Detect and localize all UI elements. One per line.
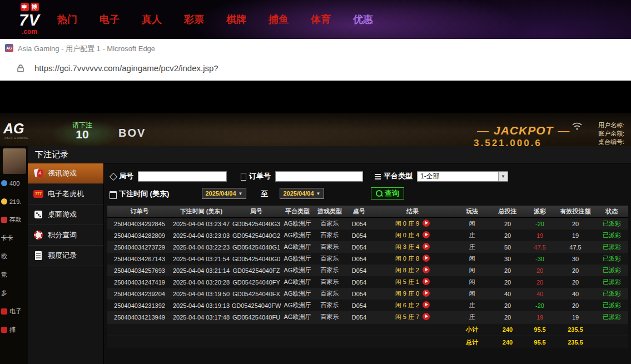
user-info-label: 桌台编号: [598, 138, 624, 146]
platform-select[interactable]: 1-全部 ▼ [417, 171, 508, 182]
cell-table: D054 [346, 276, 372, 288]
logo-tags: 申 博 [21, 3, 39, 11]
nav-item-热门[interactable]: 热门 [57, 13, 77, 26]
ag-logo: AG [3, 122, 24, 136]
date-from-picker[interactable]: 2025/04/04 ▼ [202, 188, 246, 199]
lobby-item[interactable]: 219. [1, 197, 27, 206]
lobby-item[interactable]: 电子 [1, 307, 27, 316]
jackpot-label: JACKPOT [477, 124, 570, 137]
cell-table: D054 [346, 265, 372, 276]
menu-item-电子老虎机[interactable]: 电子老虎机 [28, 184, 103, 205]
menu-item-积分查询[interactable]: 积分查询 [28, 225, 103, 246]
nav-item-彩票[interactable]: 彩票 [184, 13, 204, 26]
chevron-down-icon: ▼ [239, 191, 243, 196]
cell-game: 百家乐 [313, 276, 346, 288]
nav-item-真人[interactable]: 真人 [142, 13, 162, 26]
browser-urlbar[interactable]: https://gci.7vvvvvv.com/agingame/pcv2/in… [0, 57, 631, 81]
cell-order_id: 250404034267143 [107, 253, 172, 265]
to-label: 至 [261, 188, 268, 200]
cell-round: GD054254040G1 [231, 241, 282, 253]
cell-status: 已派彩 [595, 230, 628, 241]
replay-button[interactable] [423, 313, 430, 320]
nav-item-体育[interactable]: 体育 [311, 13, 331, 26]
column-header: 桌号 [346, 206, 372, 218]
subtotal-row: 小计24095.5235.5 [107, 323, 628, 336]
lobby-item[interactable]: 存款 [1, 215, 27, 225]
video-game-icon [33, 168, 43, 178]
modal-menu: 视讯游戏电子老虎机桌面游戏积分查询额度记录 [28, 163, 104, 364]
lobby-item[interactable]: 欧 [1, 252, 27, 261]
column-header: 局号 [231, 206, 282, 218]
menu-item-额度记录[interactable]: 额度记录 [28, 246, 103, 266]
cell-game: 百家乐 [313, 288, 346, 300]
replay-button[interactable] [423, 243, 430, 250]
cell-platform: AG欧洲厅 [282, 253, 313, 265]
cell-game: 百家乐 [313, 265, 346, 276]
column-header: 平台类型 [282, 206, 313, 218]
lobby-item[interactable]: 400 [1, 178, 27, 188]
cell-result: 闲 0 庄 9 [372, 218, 453, 230]
cell-order_id: 250404034292845 [107, 218, 172, 230]
level-icon [1, 180, 7, 186]
cell-table: D054 [346, 288, 372, 300]
cell-total_bet: 30 [491, 253, 524, 265]
replay-button[interactable] [423, 301, 430, 308]
avatar[interactable] [3, 148, 26, 174]
lobby-item-label: 电子 [9, 307, 22, 316]
order-input[interactable] [275, 171, 363, 182]
lobby-item[interactable]: 卡卡 [1, 233, 27, 243]
summary-label: 总计 [453, 336, 491, 349]
cell-total_bet: 20 [491, 265, 524, 276]
replay-button[interactable] [423, 231, 430, 238]
summary-valid_bet: 235.5 [555, 336, 595, 349]
column-header: 游戏类型 [313, 206, 346, 218]
site-logo[interactable]: 申 博 7V .com [12, 3, 47, 35]
summary-label: 小计 [453, 323, 491, 336]
cell-payout: 20 [524, 265, 555, 276]
cell-result: 闲 0 庄 8 [372, 253, 453, 265]
replay-button[interactable] [423, 278, 430, 285]
summary-total_bet: 240 [491, 336, 524, 349]
cell-payout: 19 [524, 230, 555, 241]
replay-button[interactable] [423, 220, 430, 227]
round-input[interactable] [138, 171, 227, 182]
search-button[interactable]: 查询 [371, 187, 404, 200]
menu-item-视讯游戏[interactable]: 视讯游戏 [28, 163, 103, 184]
lock-icon[interactable] [17, 64, 24, 76]
cell-status: 已派彩 [595, 311, 628, 323]
nav-item-棋牌[interactable]: 棋牌 [226, 13, 246, 26]
lobby-item[interactable]: 竞 [1, 270, 27, 280]
lobby-item[interactable]: 多 [1, 288, 27, 298]
nav-item-电子[interactable]: 电子 [100, 13, 120, 26]
platform-label: 平台类型 [384, 171, 413, 181]
time-filter-label-group: 下注时间 (美东) [110, 188, 169, 200]
cell-time: 2025-04-04 03:19:13 [172, 300, 231, 311]
countdown-timer: 10 [70, 128, 95, 141]
table-row: 2504040342828092025-04-04 03:23:03GD0542… [107, 230, 628, 241]
lobby-item[interactable]: 捕 [1, 325, 27, 335]
cell-play: 闲 [453, 288, 491, 300]
column-header: 派彩 [524, 206, 555, 218]
menu-item-label: 额度记录 [48, 251, 77, 261]
date-to-picker[interactable]: 2025/04/04 ▼ [280, 188, 324, 199]
summary-payout: 95.5 [524, 336, 555, 349]
cell-time: 2025-04-04 03:23:03 [172, 230, 231, 241]
replay-button[interactable] [423, 255, 430, 262]
nav-item-优惠[interactable]: 优惠 [353, 13, 373, 26]
grandtotal-row: 总计24095.5235.5 [107, 336, 628, 349]
nav-item-捕鱼[interactable]: 捕鱼 [269, 13, 289, 26]
cell-status: 已派彩 [595, 300, 628, 311]
window-title: Asia Gaming - 用户配置 1 - Microsoft Edge [18, 44, 155, 54]
replay-button[interactable] [423, 266, 430, 273]
cell-total_bet: 20 [491, 218, 524, 230]
cell-round: GD054254040FX [231, 288, 282, 300]
menu-item-桌面游戏[interactable]: 桌面游戏 [28, 205, 103, 225]
cell-order_id: 250404034239204 [107, 288, 172, 300]
replay-button[interactable] [423, 290, 430, 297]
cell-result: 闲 0 庄 4 [372, 230, 453, 241]
cell-platform: AG欧洲厅 [282, 218, 313, 230]
cell-game: 百家乐 [313, 218, 346, 230]
column-header: 有效投注额 [555, 206, 595, 218]
cell-payout: -20 [524, 300, 555, 311]
tag-icon [110, 173, 117, 180]
